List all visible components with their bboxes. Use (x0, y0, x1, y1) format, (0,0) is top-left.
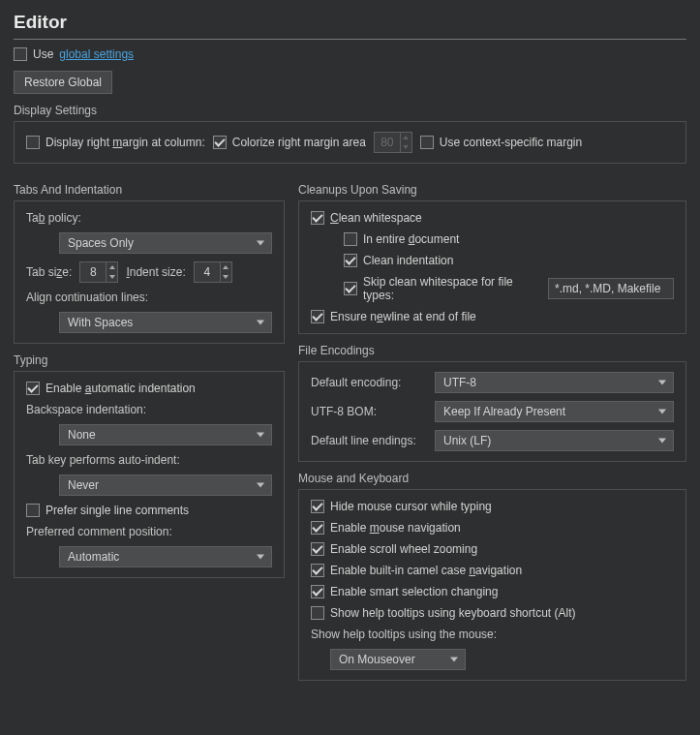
cleanups-heading: Cleanups Upon Saving (298, 183, 686, 197)
help-shortcut-label: Show help tooltips using keyboard shortc… (330, 606, 575, 620)
smart-sel-checkbox[interactable]: Enable smart selection changing (311, 585, 498, 598)
checkbox-icon (344, 254, 357, 267)
line-endings-select[interactable]: Unix (LF) (435, 430, 674, 451)
cleanups-group: Clean whitespace In entire document Clea… (298, 200, 686, 334)
colorize-right-margin-label: Colorize right margin area (232, 136, 366, 149)
clean-whitespace-label: Clean whitespace (330, 211, 422, 225)
mouse-group: Hide mouse cursor while typing Enable mo… (298, 489, 686, 681)
checkbox-icon (420, 136, 434, 149)
tabs-heading: Tabs And Indentation (14, 183, 285, 197)
checkbox-icon (311, 542, 324, 556)
help-mouse-select[interactable]: On Mouseover (330, 649, 466, 670)
checkbox-icon (344, 282, 357, 295)
margin-column-spinner (374, 132, 412, 153)
checkbox-icon (26, 382, 40, 395)
checkbox-icon (26, 504, 40, 517)
global-settings-link[interactable]: global settings (59, 47, 134, 61)
backspace-label: Backspace indentation: (26, 403, 146, 416)
typing-heading: Typing (14, 353, 285, 367)
align-continuation-select[interactable]: With Spaces (59, 312, 272, 333)
display-right-margin-label: Display right margin at column: (46, 136, 205, 149)
backspace-select[interactable]: None (59, 424, 272, 445)
typing-group: Enable automatic indentation Backspace i… (14, 371, 285, 578)
use-global-checkbox[interactable]: Use (14, 47, 53, 61)
display-settings-heading: Display Settings (14, 104, 686, 117)
checkbox-icon (213, 136, 227, 149)
indent-size-input[interactable] (195, 262, 220, 282)
spin-down-icon (401, 142, 411, 152)
tabs-group: Tab policy: Spaces Only Tab size: Indent… (14, 200, 285, 344)
tab-size-label: Tab size: (26, 265, 72, 279)
camel-case-checkbox[interactable]: Enable built-in camel case navigation (311, 564, 522, 577)
mouse-nav-checkbox[interactable]: Enable mouse navigation (311, 521, 461, 535)
checkbox-icon (311, 606, 324, 620)
ensure-newline-label: Ensure newline at end of file (330, 310, 476, 323)
checkbox-icon (311, 500, 324, 513)
skip-clean-input[interactable] (548, 278, 674, 299)
auto-indent-checkbox[interactable]: Enable automatic indentation (26, 382, 196, 395)
tab-key-label: Tab key performs auto-indent: (26, 453, 180, 467)
encodings-heading: File Encodings (298, 344, 686, 357)
mouse-heading: Mouse and Keyboard (298, 472, 686, 485)
indent-size-spinner[interactable] (194, 261, 232, 283)
indent-size-label: Indent size: (126, 265, 185, 279)
prefer-single-line-checkbox[interactable]: Prefer single line comments (26, 504, 189, 517)
default-encoding-label: Default encoding: (311, 376, 427, 389)
comment-pos-select[interactable]: Automatic (59, 546, 272, 567)
colorize-right-margin-checkbox[interactable]: Colorize right margin area (213, 136, 366, 149)
margin-column-input (375, 133, 400, 152)
checkbox-icon (311, 585, 324, 598)
clean-indentation-checkbox[interactable]: Clean indentation (344, 254, 453, 267)
encodings-group: Default encoding: UTF-8 UTF-8 BOM: Keep … (298, 361, 686, 462)
in-entire-doc-checkbox[interactable]: In entire document (344, 232, 459, 246)
spin-down-icon[interactable] (221, 272, 231, 282)
hide-cursor-label: Hide mouse cursor while typing (330, 500, 492, 513)
skip-clean-checkbox[interactable]: Skip clean whitespace for file types: (344, 275, 540, 302)
camel-case-label: Enable built-in camel case navigation (330, 564, 522, 577)
bom-select[interactable]: Keep If Already Present (435, 401, 674, 422)
spin-up-icon[interactable] (107, 262, 117, 272)
skip-clean-label: Skip clean whitespace for file types: (363, 275, 540, 302)
use-global-prefix: Use (33, 47, 53, 61)
tab-size-spinner[interactable] (79, 261, 118, 283)
title-rule (14, 39, 686, 40)
mouse-nav-label: Enable mouse navigation (330, 521, 461, 535)
smart-sel-label: Enable smart selection changing (330, 585, 498, 598)
spin-up-icon[interactable] (221, 262, 231, 272)
checkbox-icon (311, 211, 324, 225)
tab-size-input[interactable] (80, 262, 106, 282)
tab-policy-select[interactable]: Spaces Only (59, 232, 272, 254)
tab-policy-label: Tab policy: (26, 211, 81, 225)
align-continuation-label: Align continuation lines: (26, 291, 148, 304)
hide-cursor-checkbox[interactable]: Hide mouse cursor while typing (311, 500, 492, 513)
line-endings-label: Default line endings: (311, 434, 427, 447)
spin-up-icon (401, 133, 411, 142)
display-settings-group: Display right margin at column: Colorize… (14, 121, 686, 164)
comment-pos-label: Preferred comment position: (26, 525, 172, 538)
checkbox-icon (14, 47, 27, 61)
scroll-zoom-checkbox[interactable]: Enable scroll wheel zooming (311, 542, 477, 556)
ensure-newline-checkbox[interactable]: Ensure newline at end of file (311, 310, 476, 323)
bom-label: UTF-8 BOM: (311, 405, 427, 418)
default-encoding-select[interactable]: UTF-8 (435, 372, 674, 393)
spin-down-icon[interactable] (107, 272, 117, 282)
tab-key-select[interactable]: Never (59, 475, 272, 496)
help-mouse-label: Show help tooltips using the mouse: (311, 628, 497, 641)
display-right-margin-checkbox[interactable]: Display right margin at column: (26, 136, 205, 149)
in-entire-doc-label: In entire document (363, 232, 459, 246)
page-title: Editor (14, 12, 686, 33)
checkbox-icon (311, 310, 324, 323)
context-specific-margin-checkbox[interactable]: Use context-specific margin (420, 136, 582, 149)
checkbox-icon (26, 136, 40, 149)
clean-indentation-label: Clean indentation (363, 254, 453, 267)
context-specific-margin-label: Use context-specific margin (440, 136, 582, 149)
help-shortcut-checkbox[interactable]: Show help tooltips using keyboard shortc… (311, 606, 575, 620)
checkbox-icon (344, 232, 357, 246)
auto-indent-label: Enable automatic indentation (46, 382, 196, 395)
restore-global-button[interactable]: Restore Global (14, 71, 112, 94)
scroll-zoom-label: Enable scroll wheel zooming (330, 542, 477, 556)
checkbox-icon (311, 564, 324, 577)
clean-whitespace-checkbox[interactable]: Clean whitespace (311, 211, 422, 225)
prefer-single-line-label: Prefer single line comments (46, 504, 189, 517)
checkbox-icon (311, 521, 324, 535)
